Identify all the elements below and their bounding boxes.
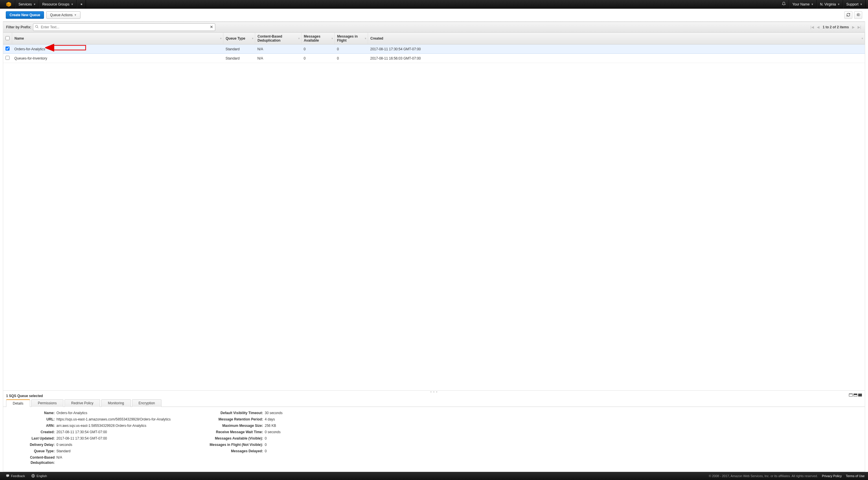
row-checkbox[interactable] bbox=[5, 56, 9, 60]
nav-support[interactable]: Support ▼ bbox=[843, 0, 866, 8]
privacy-link[interactable]: Privacy Policy bbox=[822, 474, 842, 478]
nav-region[interactable]: N. Virginia ▼ bbox=[817, 0, 843, 8]
cell-created: 2017-08-11 16:56:03 GMT-07:00 bbox=[368, 54, 865, 63]
pager-prev-button[interactable]: ◀ bbox=[816, 25, 820, 30]
cell-type: Standard bbox=[223, 54, 255, 63]
row-checkbox[interactable] bbox=[5, 46, 9, 50]
sort-icon: ▾ bbox=[252, 37, 253, 40]
det-name-label: Name: bbox=[7, 410, 56, 416]
det-ret-label: Message Retention Period: bbox=[192, 417, 265, 422]
create-queue-button[interactable]: Create New Queue bbox=[6, 11, 44, 19]
tab-monitoring[interactable]: Monitoring bbox=[101, 399, 131, 407]
det-avail-label: Messages Available (Visible): bbox=[192, 436, 265, 441]
tab-encryption[interactable]: Encryption bbox=[132, 399, 162, 407]
det-cbd-label: Content-Based Deduplication: bbox=[7, 455, 56, 465]
caret-down-icon: ▼ bbox=[33, 3, 36, 6]
refresh-button[interactable] bbox=[844, 11, 852, 19]
caret-down-icon: ▼ bbox=[860, 3, 863, 6]
language-button[interactable]: English bbox=[29, 474, 49, 478]
cell-type: Standard bbox=[223, 44, 255, 54]
col-qt-label: Queue Type bbox=[226, 36, 245, 40]
caret-down-icon: ▼ bbox=[71, 3, 73, 6]
queue-actions-button[interactable]: Queue Actions ▼ bbox=[46, 11, 81, 19]
sort-icon: ▾ bbox=[862, 37, 863, 40]
caret-down-icon: ▼ bbox=[74, 13, 77, 16]
col-name-label: Name bbox=[14, 36, 24, 40]
globe-icon bbox=[31, 474, 35, 478]
pager-next-button[interactable]: ▶ bbox=[851, 25, 856, 30]
det-delay-label: Delivery Delay: bbox=[7, 442, 56, 447]
panel-splitter[interactable]: ● ● ● bbox=[3, 390, 865, 393]
filter-input[interactable] bbox=[33, 24, 215, 31]
cell-avail: 0 bbox=[302, 44, 335, 54]
det-flight-value: 0 bbox=[265, 442, 267, 447]
table-header-row: Name▾ Queue Type▾ Content-Based Deduplic… bbox=[3, 33, 865, 44]
queue-actions-label: Queue Actions bbox=[50, 13, 73, 17]
det-max-value: 256 KB bbox=[265, 423, 276, 428]
table-row[interactable]: Orders-for-Analytics Standard N/A 0 0 20… bbox=[3, 44, 865, 54]
nav-region-label: N. Virginia bbox=[820, 2, 836, 6]
panel-max-button[interactable] bbox=[858, 393, 862, 397]
cell-name: Queues-for-Inventory bbox=[12, 54, 223, 63]
col-cbd-label: Content-Based Deduplication bbox=[257, 34, 282, 42]
cell-created: 2017-08-11 17:30:54 GMT-07:00 bbox=[368, 44, 865, 54]
panel-min-button[interactable] bbox=[849, 393, 852, 397]
toolbar: Create New Queue Queue Actions ▼ bbox=[3, 9, 865, 22]
col-name[interactable]: Name▾ bbox=[12, 33, 223, 44]
select-all-header[interactable] bbox=[3, 33, 12, 44]
tab-redrive[interactable]: Redrive Policy bbox=[64, 399, 100, 407]
cell-flight: 0 bbox=[335, 54, 368, 63]
panel-title: 1 SQS Queue selected bbox=[6, 393, 43, 398]
svg-point-4 bbox=[36, 26, 38, 28]
search-icon bbox=[35, 25, 39, 30]
sort-icon: ▾ bbox=[220, 37, 222, 40]
col-queue-type[interactable]: Queue Type▾ bbox=[223, 33, 255, 44]
col-msgs-available[interactable]: Messages Available▾ bbox=[302, 33, 335, 44]
bell-icon bbox=[782, 2, 786, 7]
top-nav: Services ▼ Resource Groups ▼ ✦ Your Name… bbox=[0, 0, 868, 9]
det-vist-label: Default Visibility Timeout: bbox=[192, 410, 265, 416]
col-created-label: Created bbox=[370, 36, 383, 40]
filter-bar: Filter by Prefix: |◀ ◀ 1 to 2 of 2 items… bbox=[3, 22, 865, 33]
select-all-checkbox[interactable] bbox=[5, 36, 9, 40]
table-row[interactable]: Queues-for-Inventory Standard N/A 0 0 20… bbox=[3, 54, 865, 63]
footer: Feedback English © 2008 - 2017, Amazon W… bbox=[0, 472, 868, 480]
caret-down-icon: ▼ bbox=[837, 3, 840, 6]
sort-icon: ▾ bbox=[298, 37, 300, 40]
nav-resource-groups[interactable]: Resource Groups ▼ bbox=[39, 0, 77, 8]
col-msgs-flight[interactable]: Messages in Flight▾ bbox=[335, 33, 368, 44]
pager-last-button[interactable]: ▶| bbox=[857, 25, 862, 30]
cell-name: Orders-for-Analytics bbox=[12, 44, 223, 54]
cell-cbd: N/A bbox=[255, 44, 302, 54]
settings-button[interactable] bbox=[854, 11, 862, 19]
cell-cbd: N/A bbox=[255, 54, 302, 63]
language-label: English bbox=[36, 474, 47, 478]
nav-pin[interactable]: ✦ bbox=[77, 0, 86, 8]
det-max-label: Maximum Message Size: bbox=[192, 423, 265, 428]
det-updated-value: 2017-08-11 17:30:54 GMT-07:00 bbox=[56, 436, 107, 441]
refresh-icon bbox=[846, 13, 850, 18]
aws-home-button[interactable] bbox=[2, 0, 16, 8]
feedback-button[interactable]: Feedback bbox=[3, 474, 27, 478]
clear-filter-button[interactable] bbox=[210, 25, 213, 30]
terms-link[interactable]: Terms of Use bbox=[846, 474, 865, 478]
det-updated-label: Last Updated: bbox=[7, 436, 56, 441]
pager-first-button[interactable]: |◀ bbox=[810, 25, 815, 30]
col-mf-label: Messages in Flight bbox=[337, 34, 358, 42]
det-ret-value: 4 days bbox=[265, 417, 275, 422]
nav-notifications[interactable] bbox=[779, 0, 789, 8]
tab-details[interactable]: Details bbox=[6, 399, 30, 407]
nav-support-label: Support bbox=[846, 2, 859, 6]
filter-label: Filter by Prefix: bbox=[6, 25, 31, 29]
det-flight-label: Messages in Flight (Not Visible): bbox=[192, 442, 265, 447]
pager: |◀ ◀ 1 to 2 of 2 items ▶ ▶| bbox=[810, 25, 862, 30]
nav-services[interactable]: Services ▼ bbox=[16, 0, 39, 8]
tab-permissions[interactable]: Permissions bbox=[31, 399, 63, 407]
nav-account[interactable]: Your Name ▼ bbox=[789, 0, 817, 8]
svg-line-5 bbox=[37, 27, 38, 28]
col-cbd[interactable]: Content-Based Deduplication▾ bbox=[255, 33, 302, 44]
det-delay-value: 0 seconds bbox=[56, 442, 72, 447]
col-created[interactable]: Created▾ bbox=[368, 33, 865, 44]
panel-half-button[interactable] bbox=[854, 393, 857, 397]
feedback-label: Feedback bbox=[11, 474, 25, 478]
